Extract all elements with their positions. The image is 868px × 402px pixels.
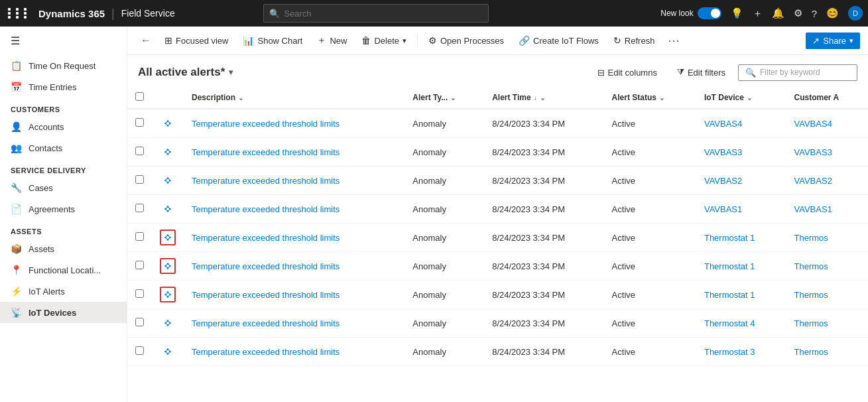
table-header-row: Description ⌄ Alert Ty... ⌄ (127, 87, 868, 109)
sidebar-item-time-on-request[interactable]: 📋 Time On Request (0, 55, 127, 76)
edit-filters-button[interactable]: ⧩ Edit filters (670, 63, 733, 82)
global-search[interactable]: 🔍 (263, 4, 489, 23)
row-customer[interactable]: Thermos (786, 252, 868, 281)
delete-button[interactable]: 🗑 Delete ▾ (355, 32, 413, 49)
create-iot-flows-icon: 🔗 (519, 35, 530, 46)
delete-chevron-icon[interactable]: ▾ (403, 36, 406, 45)
row-customer[interactable]: Thermos (786, 224, 868, 252)
sidebar: ☰ 📋 Time On Request 📅 Time Entries Custo… (0, 27, 127, 402)
new-look-toggle[interactable]: New look (660, 7, 721, 19)
row-checkbox[interactable] (135, 289, 144, 298)
refresh-button[interactable]: ↻ Refresh (607, 32, 662, 49)
open-processes-button[interactable]: ⚙ Open Processes (422, 32, 511, 49)
row-customer[interactable]: VAVBAS2 (786, 167, 868, 195)
row-description[interactable]: Temperature exceeded threshold limits (184, 195, 404, 224)
sidebar-item-iot-alerts[interactable]: ⚡ IoT Alerts (0, 281, 127, 302)
back-button[interactable]: ← (135, 32, 156, 49)
keyword-filter[interactable]: 🔍 Filter by keyword (738, 64, 857, 81)
hamburger-menu[interactable]: ☰ (0, 27, 127, 55)
row-alert-time: 8/24/2023 3:34 PM (484, 309, 603, 338)
share-chevron-icon[interactable]: ▾ (849, 36, 853, 45)
row-iot-device[interactable]: Thermostat 1 (696, 281, 786, 309)
row-checkbox[interactable] (135, 118, 144, 127)
row-alert-status: Active (604, 195, 696, 224)
edit-columns-button[interactable]: ⊟ Edit columns (590, 64, 664, 82)
row-checkbox[interactable] (135, 175, 144, 184)
row-iot-device[interactable]: VAVBAS4 (696, 109, 786, 138)
sidebar-label-agreements: Agreements (29, 204, 75, 214)
settings-icon[interactable]: ⚙ (794, 7, 802, 19)
row-description[interactable]: Temperature exceeded threshold limits (184, 338, 404, 366)
sidebar-item-accounts[interactable]: 👤 Accounts (0, 116, 127, 137)
alert-status-header[interactable]: Alert Status ⌄ (604, 87, 696, 109)
row-description[interactable]: Temperature exceeded threshold limits (184, 224, 404, 252)
show-chart-button[interactable]: 📊 Show Chart (236, 32, 309, 49)
row-iot-device[interactable]: VAVBAS2 (696, 167, 786, 195)
select-all-header[interactable] (127, 87, 152, 109)
iot-device-header[interactable]: IoT Device ⌄ (696, 87, 786, 109)
description-header[interactable]: Description ⌄ (184, 87, 404, 109)
row-customer[interactable]: VAVBAS1 (786, 195, 868, 224)
row-checkbox[interactable] (135, 232, 144, 241)
table-row: Temperature exceeded threshold limitsAno… (127, 309, 868, 338)
row-customer[interactable]: VAVBAS4 (786, 109, 868, 138)
row-customer[interactable]: Thermos (786, 338, 868, 366)
alert-type-header[interactable]: Alert Ty... ⌄ (404, 87, 484, 109)
row-customer[interactable]: Thermos (786, 281, 868, 309)
sidebar-item-assets[interactable]: 📦 Assets (0, 238, 127, 259)
alert-time-header[interactable]: Alert Time ↓ ⌄ (484, 87, 603, 109)
sidebar-item-iot-devices[interactable]: 📡 IoT Devices (0, 302, 127, 323)
row-iot-device[interactable]: Thermostat 1 (696, 252, 786, 281)
row-description[interactable]: Temperature exceeded threshold limits (184, 167, 404, 195)
row-checkbox[interactable] (135, 318, 144, 326)
app-launcher-icon[interactable] (5, 5, 33, 21)
row-iot-device[interactable]: Thermostat 4 (696, 309, 786, 338)
delete-label: Delete (374, 36, 399, 46)
share-button[interactable]: ↗ Share ▾ (806, 33, 860, 49)
tenant-icon[interactable]: D (848, 6, 863, 21)
new-button[interactable]: ＋ New (310, 31, 353, 50)
focused-view-icon: ⊞ (164, 35, 172, 46)
sidebar-item-contacts[interactable]: 👥 Contacts (0, 137, 127, 159)
row-checkbox[interactable] (135, 204, 144, 212)
customer-header[interactable]: Customer A (786, 87, 868, 109)
more-options-button[interactable]: ⋯ (662, 31, 685, 50)
notifications-icon[interactable]: 🔔 (772, 7, 784, 19)
user-avatar[interactable]: 😊 (826, 7, 839, 19)
lightbulb-icon[interactable]: 💡 (731, 7, 743, 19)
select-all-checkbox[interactable] (135, 92, 144, 101)
module-name[interactable]: Field Service (121, 8, 175, 19)
add-icon[interactable]: ＋ (753, 7, 763, 20)
brand-name[interactable]: Dynamics 365 (38, 8, 105, 19)
row-iot-device[interactable]: VAVBAS1 (696, 195, 786, 224)
sidebar-item-time-entries[interactable]: 📅 Time Entries (0, 76, 127, 98)
row-description[interactable]: Temperature exceeded threshold limits (184, 138, 404, 167)
svg-line-6 (166, 123, 168, 126)
row-iot-device[interactable]: VAVBAS3 (696, 138, 786, 167)
row-description[interactable]: Temperature exceeded threshold limits (184, 309, 404, 338)
new-look-toggle-pill[interactable] (698, 7, 721, 19)
row-description[interactable]: Temperature exceeded threshold limits (184, 109, 404, 138)
create-iot-flows-button[interactable]: 🔗 Create IoT Flows (512, 32, 605, 49)
row-customer[interactable]: VAVBAS3 (786, 138, 868, 167)
row-description[interactable]: Temperature exceeded threshold limits (184, 281, 404, 309)
list-title-chevron-icon[interactable]: ▾ (229, 68, 233, 77)
section-service-delivery: Service Delivery (0, 159, 127, 177)
sidebar-item-functional-location[interactable]: 📍 Functional Locati... (0, 259, 127, 281)
table-row: Temperature exceeded threshold limitsAno… (127, 138, 868, 167)
row-checkbox[interactable] (135, 147, 144, 155)
row-iot-device[interactable]: Thermostat 3 (696, 338, 786, 366)
row-description[interactable]: Temperature exceeded threshold limits (184, 252, 404, 281)
table-row: Temperature exceeded threshold limitsAno… (127, 167, 868, 195)
sidebar-item-cases[interactable]: 🔧 Cases (0, 177, 127, 198)
row-iot-device[interactable]: Thermostat 1 (696, 224, 786, 252)
row-checkbox[interactable] (135, 346, 144, 355)
row-customer[interactable]: Thermos (786, 309, 868, 338)
open-processes-label: Open Processes (440, 36, 504, 46)
row-checkbox[interactable] (135, 261, 144, 269)
row-alert-type: Anomaly (404, 167, 484, 195)
focused-view-button[interactable]: ⊞ Focused view (158, 32, 235, 49)
search-input[interactable] (284, 9, 483, 19)
sidebar-item-agreements[interactable]: 📄 Agreements (0, 198, 127, 220)
help-icon[interactable]: ? (812, 8, 817, 19)
